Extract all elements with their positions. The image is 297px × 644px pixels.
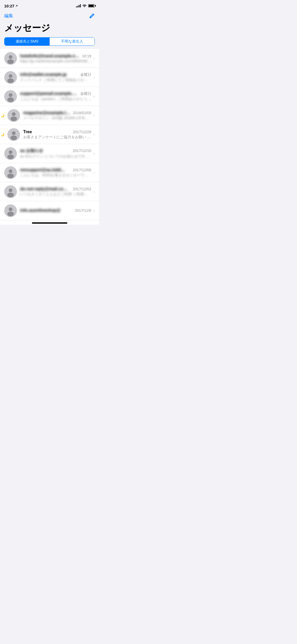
avatar [4, 71, 17, 84]
message-item[interactable]: info.auonlineshop@ 2017/11/0 › [0, 201, 99, 220]
message-time: 2017/12/02 [73, 187, 91, 191]
message-sender: hotelinfo@travel.example.ne.jp [20, 54, 80, 58]
message-sender: support@pemail.example.ne... [20, 91, 78, 96]
segment-contacts-sms[interactable]: 連絡先とSMS [4, 38, 50, 45]
chevron-right-icon: › [93, 94, 95, 99]
status-time: 10:27 ↗ [4, 4, 18, 8]
message-preview: こんにちは。KDDIお客さまセンターです。使いやすいiPhoneにご利用いただけ… [20, 173, 91, 178]
svg-point-2 [9, 55, 12, 59]
avatar [4, 90, 17, 103]
signal-icon [76, 4, 81, 7]
message-sender: au お知らせ [20, 148, 71, 154]
message-time: 2017/12/06 [73, 168, 91, 172]
message-item[interactable]: support@pemail.example.ne... 金曜日 こんにちは（a… [0, 87, 99, 106]
message-item[interactable]: info@wallet.example.jp 金曜日 ドットバンク ご利用にてご… [0, 68, 99, 87]
message-content: nmsupport@au.kddi... 2017/12/06 こんにちは。KD… [20, 168, 91, 178]
message-time: 10:19 [82, 54, 91, 58]
avatar [4, 166, 17, 179]
svg-point-18 [7, 154, 14, 159]
message-item[interactable]: do-not-reply@mail.com... 2017/12/02 いつもさ… [0, 182, 99, 201]
message-sender: Tree [23, 130, 71, 134]
svg-point-8 [9, 93, 12, 97]
svg-point-17 [9, 150, 12, 154]
message-content: Tree 2017/12/26 お客さまアンケートにご協力をお願い … [23, 130, 91, 140]
svg-point-26 [9, 207, 12, 211]
message-preview: https://jp.maritimeexample.com/tdfWKM0Cc… [20, 59, 91, 63]
message-time: 金曜日 [80, 91, 91, 96]
chevron-right-icon: › [93, 151, 95, 156]
avatar [4, 147, 17, 160]
avatar [4, 52, 17, 65]
message-preview: ドットバンク ご利用にてご登録ありがとヒ... 見IDをお送りしていただきまして… [20, 78, 91, 82]
compose-button[interactable] [89, 13, 95, 19]
message-content: au お知らせ 2017/12/10 au IDログイン についてのお知らせです… [20, 148, 91, 159]
avatar [7, 128, 20, 141]
message-list: hotelinfo@travel.example.ne.jp 10:19 htt… [0, 49, 99, 220]
message-item[interactable]: hotelinfo@travel.example.ne.jp 10:19 htt… [0, 49, 99, 68]
chevron-right-icon: › [93, 56, 95, 61]
wifi-icon [82, 4, 87, 8]
segment-unknown-senders[interactable]: 不明な差出人 [50, 38, 95, 45]
svg-point-11 [12, 112, 16, 116]
battery-icon [88, 4, 95, 7]
message-preview: いつもさくさくとんなどご利用 ご利用ありがとうとな... [20, 192, 91, 197]
message-content: magazine@example.lnkld... 2018/01/05 メール… [23, 111, 91, 121]
message-time: 2017/12/26 [73, 130, 91, 134]
nav-bar: 編集 [0, 12, 99, 21]
chevron-right-icon: › [93, 170, 95, 175]
segment-control[interactable]: 連絡先とSMS 不明な差出人 [4, 37, 95, 46]
message-item[interactable]: 🌙 Tree 2017/12/26 お客さまアンケートにご協力をお願い … › [0, 125, 99, 144]
home-indicator [0, 220, 99, 225]
svg-point-5 [9, 74, 12, 78]
svg-point-15 [11, 135, 17, 140]
message-item[interactable]: 🌙 magazine@example.lnkld... 2018/01/05 メ… [0, 106, 99, 125]
svg-point-14 [12, 131, 16, 135]
message-item[interactable]: au お知らせ 2017/12/10 au IDログイン についてのお知らせです… [0, 144, 99, 163]
message-sender: info@wallet.example.jp [20, 72, 78, 77]
home-bar [32, 222, 67, 224]
svg-point-9 [7, 97, 14, 102]
message-preview: こんにちは（auction）ご利用ありがとうございます。... [20, 97, 91, 102]
svg-point-24 [7, 192, 14, 197]
message-time: 2018/01/05 [73, 111, 91, 115]
chevron-right-icon: › [93, 113, 95, 118]
title-section: メッセージ [0, 21, 99, 37]
message-content: do-not-reply@mail.com... 2017/12/02 いつもさ… [20, 187, 91, 197]
chevron-right-icon: › [93, 132, 95, 137]
message-time: 2017/11/0 [75, 208, 91, 213]
svg-point-21 [7, 173, 14, 178]
message-preview: au IDログイン についてのお知らせです。下記... [20, 154, 91, 159]
mute-icon: 🌙 [1, 133, 4, 136]
avatar [4, 204, 17, 217]
message-content: hotelinfo@travel.example.ne.jp 10:19 htt… [20, 54, 91, 63]
svg-point-23 [9, 188, 12, 192]
svg-point-27 [7, 211, 14, 216]
message-preview: お客さまアンケートにご協力をお願い … [23, 135, 91, 140]
location-arrow-icon: ↗ [15, 4, 18, 8]
chevron-right-icon: › [93, 189, 95, 194]
message-time: 金曜日 [80, 72, 91, 77]
clock: 10:27 [4, 4, 14, 8]
avatar [4, 185, 17, 198]
message-preview: メールマガジン（iOS版 2018年1月号）アレンジャー Lっぱい！ 最トク 2… [23, 116, 91, 121]
mute-icon: 🌙 [1, 114, 4, 117]
message-sender: nmsupport@au.kddi... [20, 168, 71, 172]
message-sender: do-not-reply@mail.com... [20, 187, 71, 191]
message-time: 2017/12/10 [73, 149, 91, 153]
page-title: メッセージ [4, 22, 95, 34]
chevron-right-icon: › [93, 208, 95, 213]
message-sender: info.auonlineshop@ [20, 208, 73, 213]
svg-point-20 [9, 169, 12, 173]
message-content: support@pemail.example.ne... 金曜日 こんにちは（a… [20, 91, 91, 102]
svg-point-3 [7, 59, 14, 64]
svg-point-12 [11, 116, 17, 121]
message-content: info.auonlineshop@ 2017/11/0 [20, 208, 91, 213]
edit-button[interactable]: 編集 [4, 13, 13, 19]
status-icons [76, 4, 95, 8]
status-bar: 10:27 ↗ [0, 0, 99, 12]
message-content: info@wallet.example.jp 金曜日 ドットバンク ご利用にてご… [20, 72, 91, 82]
avatar [7, 109, 20, 122]
message-sender: magazine@example.lnkld... [23, 111, 71, 115]
chevron-right-icon: › [93, 75, 95, 80]
message-item[interactable]: nmsupport@au.kddi... 2017/12/06 こんにちは。KD… [0, 163, 99, 182]
